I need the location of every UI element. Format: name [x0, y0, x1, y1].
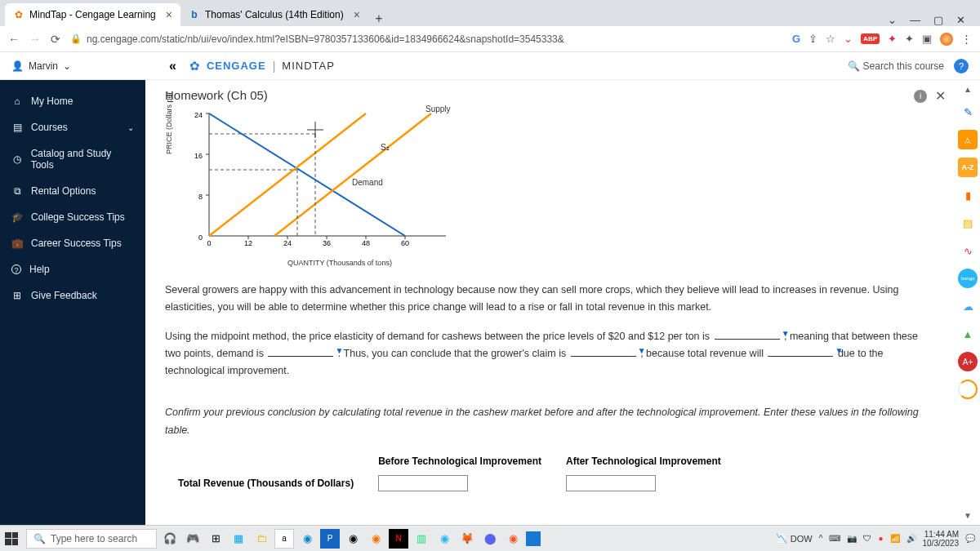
pencil-tool-icon[interactable]: ✎ — [958, 102, 978, 122]
tab-close-icon[interactable]: × — [166, 8, 172, 21]
sidebar-item-catalog[interactable]: ◷Catalog and Study Tools — [0, 140, 145, 178]
svg-line-22 — [274, 113, 431, 236]
tab-close-icon[interactable]: × — [354, 8, 360, 21]
hulu-icon[interactable]: ▥ — [412, 529, 431, 549]
bongo-tool-icon[interactable]: bongo — [958, 269, 978, 288]
dropdown-icon: ▼ — [782, 327, 790, 340]
share-icon[interactable]: ⇪ — [808, 33, 817, 45]
new-tab-button[interactable]: + — [368, 11, 390, 26]
scroll-down-icon[interactable]: ▼ — [964, 511, 972, 520]
browser-tab-active[interactable]: ✿ MindTap - Cengage Learning × — [5, 3, 180, 26]
info-icon[interactable]: i — [914, 90, 927, 103]
tray-camera-icon[interactable]: 📷 — [847, 534, 857, 543]
search-course[interactable]: 🔍 Search this course — [848, 60, 944, 72]
file-explorer-icon[interactable]: 🗀 — [252, 529, 271, 549]
user-menu[interactable]: 👤 Marvin ⌄ — [11, 60, 71, 72]
notification-icon[interactable]: 💬 — [965, 534, 975, 543]
collapse-sidebar-button[interactable]: « — [169, 59, 176, 73]
app-icon[interactable]: ▦ — [229, 529, 248, 549]
drive-tool-icon[interactable]: ▲ — [958, 324, 978, 344]
account-toggle-icon[interactable]: ▣ — [922, 33, 932, 45]
abp-extension-icon[interactable]: ABP — [861, 33, 880, 44]
sidebar-item-career-tips[interactable]: 💼Career Success Tips — [0, 230, 145, 256]
svg-text:24: 24 — [194, 111, 203, 119]
gamepad-icon[interactable]: 🎮 — [183, 529, 203, 549]
input-revenue-after[interactable] — [566, 475, 656, 491]
extension-icon[interactable]: ✦ — [888, 33, 897, 45]
rss-tool-icon[interactable]: ⟑ — [958, 130, 978, 149]
bookmark-star-icon[interactable]: ☆ — [826, 33, 835, 45]
sidebar-item-label: Courses — [31, 122, 68, 133]
edge-icon[interactable]: ◉ — [297, 529, 317, 549]
close-icon[interactable]: ✕ — [935, 88, 946, 104]
chrome-icon[interactable]: ◉ — [343, 529, 363, 549]
cortana-icon[interactable]: 🎧 — [160, 529, 180, 549]
tray-security-icon[interactable]: ● — [878, 534, 883, 543]
pandora-icon[interactable]: P — [320, 529, 340, 549]
progress-tool-icon[interactable] — [958, 380, 978, 399]
sidebar-item-help[interactable]: ?Help — [0, 256, 145, 282]
svg-line-21 — [209, 113, 366, 236]
app-round-icon[interactable]: ◉ — [434, 529, 454, 549]
chrome-menu-icon[interactable]: ⋮ — [961, 33, 972, 45]
forward-button[interactable]: → — [29, 33, 41, 46]
google-icon[interactable]: G — [792, 33, 800, 45]
task-view-icon[interactable]: ⊞ — [206, 529, 225, 549]
svg-text:12: 12 — [244, 239, 252, 247]
amazon-icon[interactable]: a — [274, 529, 294, 549]
cloud-tool-icon[interactable]: ☁ — [958, 296, 978, 316]
stock-down-icon: 📉 — [776, 533, 787, 544]
blank-demand-type[interactable]: ▼ — [268, 356, 333, 357]
window-maximize-icon[interactable]: ▢ — [933, 14, 943, 26]
sidebar-item-college-tips[interactable]: 🎓College Success Tips — [0, 204, 145, 230]
dropdown-icon: ▼ — [335, 344, 343, 358]
start-button[interactable] — [5, 532, 18, 545]
notebook-tool-icon[interactable]: ▮ — [958, 185, 978, 205]
blank-revenue-direction[interactable]: ▼ — [768, 356, 833, 357]
audio-tool-icon[interactable]: ∿ — [958, 241, 978, 260]
puzzle-icon[interactable]: ✦ — [905, 33, 914, 45]
app-orange-icon[interactable]: ◉ — [503, 529, 523, 549]
sidebar-item-my-home[interactable]: ⌂My Home — [0, 88, 145, 114]
paragraph-intro: Several growers are happy with this adva… — [165, 282, 931, 317]
tray-shield-icon[interactable]: 🛡 — [863, 534, 871, 543]
highlighter-tool-icon[interactable]: ▨ — [958, 213, 978, 233]
blank-elasticity-value[interactable]: ▼ — [715, 339, 780, 340]
scroll-up-icon[interactable]: ▲ — [964, 85, 972, 94]
window-close-icon[interactable]: ✕ — [956, 14, 965, 26]
dropdown-icon: ▼ — [638, 344, 646, 358]
grade-tool-icon[interactable]: A+ — [958, 352, 978, 371]
input-revenue-before[interactable] — [378, 475, 468, 491]
tray-wifi-icon[interactable]: 📶 — [890, 534, 900, 543]
app-blue-icon[interactable] — [526, 531, 541, 546]
taskbar-clock[interactable]: 11:44 AM 10/3/2023 — [923, 530, 960, 548]
tray-volume-icon[interactable]: 🔊 — [906, 534, 916, 543]
tray-keyboard-icon[interactable]: ⌨ — [829, 534, 840, 543]
profile-avatar[interactable] — [940, 33, 953, 46]
chevron-down-icon: ⌄ — [63, 60, 71, 72]
az-glossary-icon[interactable]: A-Z — [958, 158, 978, 177]
netflix-icon[interactable]: N — [389, 529, 408, 549]
firefox-icon[interactable]: ◉ — [366, 529, 385, 549]
window-minimize-icon[interactable]: — — [910, 14, 920, 26]
back-button[interactable]: ← — [8, 33, 20, 46]
discord-icon[interactable]: ⬤ — [480, 529, 500, 549]
help-button[interactable]: ? — [954, 59, 969, 73]
blank-claim[interactable]: ▼ — [571, 356, 636, 357]
tab-favicon: b — [189, 9, 200, 20]
svg-text:16: 16 — [194, 152, 203, 160]
stock-widget[interactable]: 📉 DOW — [776, 533, 813, 544]
tray-chevron-icon[interactable]: ^ — [819, 534, 823, 543]
sidebar-item-courses[interactable]: ▤Courses⌄ — [0, 114, 145, 140]
x-axis-label: QUANTITY (Thousands of tons) — [287, 259, 392, 267]
browser-tab[interactable]: b Thomas' Calculus (14th Edition) × — [180, 3, 368, 26]
sidebar-item-rental[interactable]: ⧉Rental Options — [0, 178, 145, 204]
taskbar-search[interactable]: 🔍 Type here to search — [26, 529, 157, 549]
reload-button[interactable]: ⟳ — [51, 33, 60, 46]
firefox2-icon[interactable]: 🦊 — [457, 529, 477, 549]
pocket-icon[interactable]: ⌄ — [844, 33, 853, 45]
window-dropdown-icon[interactable]: ⌄ — [888, 14, 897, 26]
sidebar-item-label: Catalog and Study Tools — [31, 148, 134, 171]
sidebar-item-feedback[interactable]: ⊞Give Feedback — [0, 282, 145, 309]
url-input[interactable]: 🔒 ng.cengage.com/static/nb/ui/evo/index.… — [70, 33, 782, 45]
